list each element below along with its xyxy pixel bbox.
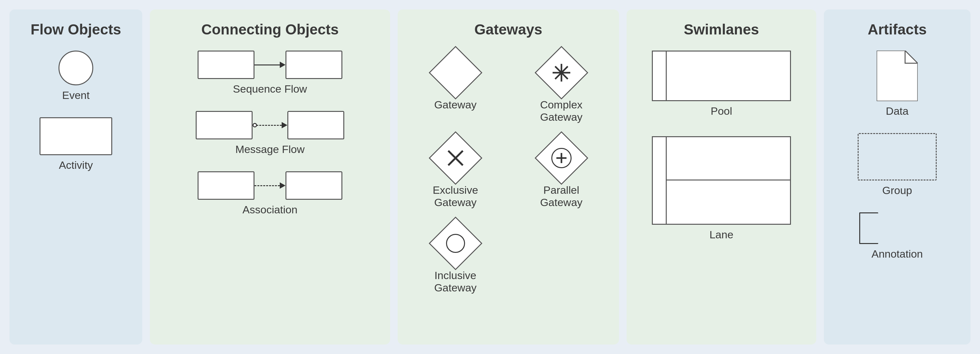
gateways-title: Gateways [474, 21, 542, 38]
gateway-symbol [429, 46, 482, 100]
inner-circle [446, 234, 465, 253]
inclusive-gateway-item: InclusiveGateway [407, 221, 504, 294]
lane-item: Lane [652, 136, 791, 241]
exclusive-gateway-inner [446, 148, 465, 168]
swimlane-items: Pool Lane [636, 51, 807, 241]
exclusive-gateway-symbol [429, 131, 482, 185]
sequence-flow-label: Sequence Flow [233, 83, 307, 95]
assoc-arrow [255, 183, 285, 189]
parallel-gateway-symbol [535, 131, 588, 185]
complex-gateway-item: ComplexGateway [513, 51, 609, 123]
exclusive-gateway-item: ExclusiveGateway [407, 136, 504, 209]
x-svg [446, 148, 465, 168]
group-label: Group [882, 184, 912, 197]
connecting-objects-title: Connecting Objects [201, 21, 339, 38]
lane-divider [667, 137, 790, 181]
pool-item: Pool [652, 51, 791, 117]
data-item: Data [877, 51, 918, 117]
exclusive-gateway-label: ExclusiveGateway [433, 184, 478, 209]
event-label: Event [62, 89, 90, 102]
svg-marker-8 [877, 51, 918, 101]
assoc-line [255, 185, 280, 186]
seq-box-left [197, 51, 255, 79]
seq-line [255, 65, 280, 65]
annotation-item: Annotation [859, 213, 935, 260]
plus-circle [551, 148, 571, 168]
data-label: Data [886, 105, 908, 117]
annotation-label: Annotation [872, 248, 923, 260]
artifacts-panel: Artifacts Data Group Annotation [824, 10, 970, 344]
connecting-objects-items: Sequence Flow Message Flow [159, 51, 380, 216]
pool-symbol [652, 51, 791, 101]
message-flow-symbol [196, 111, 344, 140]
complex-gateway-inner [551, 63, 571, 83]
activity-item: Activity [40, 117, 112, 171]
flow-objects-title: Flow Objects [31, 21, 121, 38]
gateway-item: Gateway [407, 51, 504, 123]
parallel-gateway-inner [551, 148, 571, 168]
activity-label: Activity [59, 159, 93, 171]
lane-header [653, 137, 667, 224]
assoc-box-left [197, 171, 255, 200]
connecting-objects-panel: Connecting Objects Sequence Flow [150, 10, 390, 344]
annotation-symbol [859, 213, 935, 244]
association-label: Association [242, 203, 298, 216]
gateway-label: Gateway [434, 98, 476, 111]
msg-arrow [253, 122, 287, 128]
gateways-grid: Gateway ComplexGateway [407, 51, 609, 294]
inclusive-gateway-symbol [429, 216, 482, 270]
swimlanes-title: Swimlanes [684, 21, 759, 38]
flow-objects-items: Event Activity [19, 51, 133, 171]
asterisk-svg [551, 63, 571, 83]
message-flow-label: Message Flow [235, 143, 304, 156]
pool-label: Pool [711, 105, 732, 117]
pool-header [653, 51, 667, 100]
seq-box-right [285, 51, 342, 79]
msg-box-right [287, 111, 344, 140]
artifacts-title: Artifacts [868, 21, 927, 38]
group-item: Group [858, 133, 937, 197]
event-symbol [59, 51, 93, 85]
pool-content [667, 51, 790, 100]
inclusive-gateway-inner [446, 234, 465, 253]
lane-bottom [667, 181, 790, 224]
artifacts-items: Data Group Annotation [833, 51, 961, 260]
msg-line [256, 125, 282, 126]
assoc-box-right [285, 171, 342, 200]
parallel-gateway-item: ParallelGateway [513, 136, 609, 209]
annotation-text-space [885, 213, 935, 244]
gateways-panel: Gateways Gateway ComplexGateway [398, 10, 619, 344]
lane-label: Lane [710, 229, 733, 241]
parallel-gateway-label: ParallelGateway [540, 184, 582, 209]
association-item: Association [197, 171, 342, 216]
plus-svg [555, 152, 568, 164]
complex-gateway-symbol [535, 46, 588, 100]
seq-arrowhead [280, 62, 285, 68]
lane-content [667, 137, 790, 224]
group-symbol [858, 133, 937, 181]
flow-objects-panel: Flow Objects Event Activity [10, 10, 142, 344]
data-symbol [877, 51, 918, 101]
msg-arrowhead [282, 122, 287, 128]
data-svg [877, 51, 918, 101]
complex-gateway-label: ComplexGateway [540, 98, 582, 123]
annotation-bracket [859, 213, 878, 244]
assoc-arrowhead [280, 183, 285, 189]
message-flow-item: Message Flow [196, 111, 344, 156]
activity-symbol [40, 117, 112, 155]
lane-symbol [652, 136, 791, 225]
inclusive-gateway-label: InclusiveGateway [434, 269, 476, 294]
msg-box-left [196, 111, 253, 140]
seq-arrow [255, 62, 285, 68]
event-item: Event [59, 51, 93, 102]
sequence-flow-symbol [197, 51, 342, 79]
swimlanes-panel: Swimlanes Pool Lane [627, 10, 816, 344]
association-symbol [197, 171, 342, 200]
sequence-flow-item: Sequence Flow [197, 51, 342, 95]
